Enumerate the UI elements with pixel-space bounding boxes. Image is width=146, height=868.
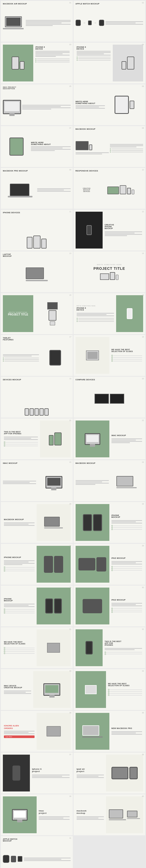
slide-iphone-mockup-3: 29 IPHONEMOCKUP — [1, 586, 73, 626]
iphone6-title-right: IPHONE 6DEVICE — [77, 46, 111, 50]
slide-macbook-mockup: 08 MACBOOK MOCKUP — [74, 126, 145, 167]
slide-iphone-devices: 11 iPhone Devices — [1, 210, 73, 251]
slide-responsive: 10 Responsive Devices CREATIVEMOCKUPDEVI… — [74, 168, 145, 209]
slide-iphone6-project: 37 Iphone 6project — [1, 752, 73, 794]
iphone-32 — [85, 641, 93, 654]
slide-project-title-2: 15 WRITE SOMETHING PROJECT TITLE — [1, 293, 73, 334]
iphone-27-1 — [44, 556, 53, 573]
slide-best-selection-2: 31 We have the bestselection of slides — [1, 627, 73, 668]
slide-write-left: 07 Write hereSomething about — [1, 126, 73, 167]
iphone6-project-title: Iphone 6project — [32, 768, 69, 773]
ipad-30 — [83, 599, 102, 613]
slide-ipad-mockup-2: 30 IPAD MOCKUP — [74, 586, 145, 626]
macbook-lower-title: macbookmockup — [77, 810, 104, 814]
iphone-26-1 — [83, 514, 92, 531]
imac-desc-title: iMAC PROJECTDESCRIPTION — [3, 86, 71, 90]
macbook-pro-device — [10, 184, 29, 196]
watch-41-3 — [18, 856, 22, 862]
alien-btn[interactable]: Learn More — [4, 736, 34, 738]
laptop-title: LaptopMockup — [3, 253, 71, 257]
watch-41-1 — [3, 855, 9, 863]
slide-macbook-lower: 40 macbookmockup — [74, 794, 145, 835]
slide-new-macbook: 36 New MacBook Pro — [74, 711, 145, 752]
watch-device-2 — [88, 21, 92, 25]
phone-device-l — [12, 57, 19, 69]
slide-apple-watch-2: 41 APPLE WATCHMOCKUP — [1, 836, 73, 868]
imac-23 — [46, 476, 62, 489]
slide-best-selection-1: 18 We have the bestselection of slides — [74, 335, 145, 376]
imac-project-title: Imacproject — [39, 810, 69, 814]
slide-imac-mockup-1: 22 iMAC MOCKUP — [74, 418, 145, 459]
ipad-28-portrait — [96, 557, 106, 571]
ipad-mockup-1-title: IPAD MOCKUP — [112, 557, 142, 559]
slide-devices-mockup: 19 Devices Mockup — [1, 377, 73, 417]
apple-watch-2-title: APPLE WATCHMOCKUP — [3, 838, 71, 842]
watch-device-1 — [76, 20, 81, 26]
slide-alien-orders: 35 Ignore AlienOrders Learn More — [1, 711, 73, 752]
iphone-26-2 — [93, 514, 102, 531]
write-left-title: Write hereSomething about — [31, 142, 70, 145]
write-title: Write hereSomething about — [76, 101, 105, 104]
devices-mockup-title: Devices Mockup — [3, 379, 71, 380]
slide-title-1: MACBOOK AIR MOCKUP — [3, 3, 71, 5]
app-iphones-1-title: This is the bestApp for iPhones — [4, 431, 38, 435]
slide-laptop: 13 LaptopMockup — [1, 251, 73, 292]
slide-macbook-mockup-3: 25 MACBOOK MOCKUP — [1, 502, 73, 543]
iphone-devices-title: iPhone Devices — [3, 212, 71, 214]
ipad-38-v — [129, 767, 138, 779]
slide-imac-project: 39 Imacproject — [1, 794, 73, 835]
imac-39 — [12, 809, 28, 820]
slide-apple-watch: 02 APPLE WATCH MOCKUP → → — [74, 1, 145, 42]
ipad-7 — [9, 137, 24, 156]
slide-imac-mockup-2: 23 iMAC MOCKUP — [1, 460, 73, 501]
ipad-device-6 — [115, 96, 129, 114]
imac-creative-device — [43, 683, 60, 696]
iphone-37 — [12, 766, 20, 781]
slide-app-iphones-2: 32 This is the bestApp foriPhones — [74, 627, 145, 668]
iphone-29-2 — [54, 598, 62, 614]
watch-41-2 — [11, 856, 16, 862]
slide-tablet-features: 17 TABLETFEATURES — [1, 335, 73, 376]
ipad-38 — [112, 767, 128, 779]
slide-imac-desc: 05 iMAC PROJECTDESCRIPTION — [1, 84, 73, 125]
slide-macbook-pro: 09 MACBOOK PRO MOCKUP — [1, 168, 73, 209]
slide-creative-iphone: 12 CREATIVEIPHONEMOCKUP — [74, 210, 145, 251]
watch-device-3 — [99, 20, 104, 26]
slide-macbook-air: 01 MACBOOK AIR MOCKUP — [1, 1, 73, 42]
best-selection-3-title: We have the bestselection of slides — [108, 683, 142, 686]
phone-device-s — [20, 61, 24, 69]
slide-imac-creative: 33 iMac DeviceCreative Mockup — [1, 669, 73, 710]
new-macbook-title: New MacBook Pro — [112, 727, 142, 729]
iphone-mockup-1-title: IPHONEMOCKUP — [112, 515, 142, 518]
phone-device-6 — [129, 101, 134, 109]
slide-iphone-mockup-2: 27 IPHONE MOCKUP — [1, 544, 73, 585]
ipad-air-title: ipad airproject — [77, 768, 104, 773]
iphone-mockup-3-title: IPHONEMOCKUP — [4, 598, 34, 601]
iphone6-v2-title: IPHONE 6DEVICE — [77, 307, 114, 311]
slide-iphone-mockup-1: 26 IPHONEMOCKUP — [74, 502, 145, 543]
iphone-mockup-2-title: IPHONE MOCKUP — [4, 556, 34, 558]
slide-best-selection-3: 34 We have the bestselection of slides — [74, 669, 145, 710]
compare-devices-title: Compare Devices — [76, 379, 143, 380]
macbook-mockup-title: MACBOOK MOCKUP — [76, 128, 143, 130]
slide-compare-devices: 20 Compare Devices — [74, 377, 145, 417]
imac-mockup-1-title: iMAC MOCKUP — [112, 435, 142, 436]
macbook-pro-title: MACBOOK PRO MOCKUP — [3, 170, 71, 172]
project-title-1-text: PROJECT TITLE — [78, 267, 141, 271]
phone-device-r2 — [127, 57, 134, 69]
creative-iphone-title: CREATIVEIPHONEMOCKUP — [105, 224, 142, 229]
ipad-28-landscape — [79, 558, 95, 570]
slides-grid: 01 MACBOOK AIR MOCKUP — [0, 0, 146, 868]
slide-iphone6-left: 03 IPHONE 6DEVICE — [1, 42, 73, 84]
imac-device — [3, 100, 21, 114]
macbook-mockup-3-title: MACBOOK MOCKUP — [4, 519, 34, 520]
slide-project-title-1: 14 WRITE SOMETHING HERE PROJECT TITLE — [74, 251, 145, 292]
slide-tablet-write: 06 Write hereSomething about — [74, 84, 145, 125]
best-selection-2-title: We have the bestselection of slides — [4, 641, 34, 645]
iphone-29-1 — [45, 598, 53, 614]
slide-app-iphones-1: 21 This is the bestApp for iPhones — [1, 418, 73, 459]
iphone6-title-left: IPHONE 6DEVICE — [35, 46, 69, 50]
slide-iphone6-right: 04 IPHONE 6DEVICE — [74, 42, 145, 84]
imac-creative-title: iMac DeviceCreative Mockup — [4, 685, 31, 688]
tablet-features-title: TABLETFEATURES — [3, 337, 71, 341]
